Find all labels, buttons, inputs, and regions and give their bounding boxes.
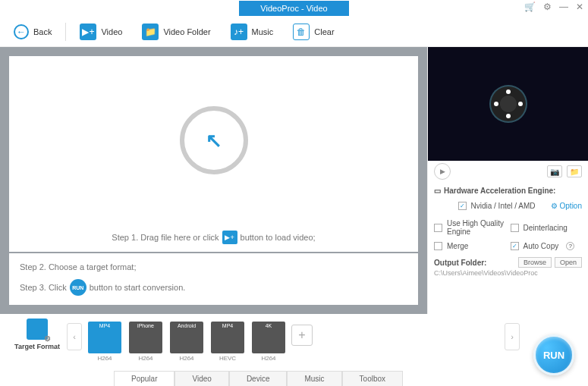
format-strip: MP4H264iPhoneH264AndroidH264MP4HEVC4KH26…	[82, 319, 291, 365]
steps-card: Step 2. Choose a target format; Step 3. …	[9, 253, 418, 305]
toolbar: ← Back ▶+ Video 📁 Video Folder ♪+ Music …	[0, 17, 588, 47]
step3-text: Step 3. Click RUN button to start conver…	[20, 279, 407, 296]
help-icon[interactable]: ?	[566, 242, 574, 250]
option-button[interactable]: ⚙ Option	[551, 202, 582, 210]
output-folder-label: Output Folder:	[434, 259, 486, 267]
right-panel: ▶ 📷 📁 ▭ Hardware Acceleration Engine: ✓ …	[427, 47, 588, 314]
step2-text: Step 2. Choose a target format;	[20, 262, 407, 271]
music-label: Music	[252, 27, 274, 36]
upload-arrow-icon: ↖	[206, 129, 222, 152]
format-sub: HEVC	[219, 355, 236, 362]
step1-text: Step 1. Drag file here or click ▶+ butto…	[112, 231, 315, 244]
media-controls: ▶ 📷 📁	[428, 161, 588, 182]
video-plus-icon: ▶+	[80, 24, 96, 40]
bottom-bar: Target Format ‹ MP4H264iPhoneH264Android…	[0, 314, 588, 386]
format-sub: H264	[138, 355, 153, 362]
format-sub: H264	[97, 355, 112, 362]
target-format-icon	[27, 319, 48, 340]
window-title: VideoProc - Video	[239, 1, 348, 16]
add-video-button[interactable]: ▶+ Video	[74, 20, 128, 43]
drop-card[interactable]: ↖ Step 1. Drag file here or click ▶+ but…	[9, 56, 418, 252]
vendors-checkbox[interactable]: ✓	[458, 202, 467, 210]
hq-engine-label: Use High Quality Engine	[447, 219, 506, 236]
video-label: Video	[101, 27, 122, 36]
preview-pane	[428, 47, 588, 161]
tab-popular[interactable]: Popular	[114, 371, 175, 386]
format-item-iphone[interactable]: iPhone	[129, 322, 162, 353]
format-sub: H264	[261, 355, 275, 362]
back-arrow-icon: ←	[14, 24, 29, 39]
separator	[65, 23, 66, 41]
music-plus-icon: ♪+	[231, 24, 247, 40]
auto-copy-checkbox[interactable]: ✓	[511, 242, 519, 250]
video-plus-mini-icon: ▶+	[222, 231, 237, 244]
settings-icon[interactable]: ⚙	[543, 2, 552, 12]
hw-accel-title: ▭ Hardware Acceleration Engine:	[434, 187, 582, 195]
merge-checkbox[interactable]	[434, 242, 442, 250]
close-icon[interactable]: ✕	[576, 2, 583, 12]
clear-button[interactable]: 🗑 Clear	[287, 20, 340, 43]
video-folder-label: Video Folder	[163, 27, 210, 36]
minimize-icon[interactable]: —	[559, 2, 568, 12]
auto-copy-label: Auto Copy	[524, 242, 559, 250]
run-button[interactable]: RUN	[533, 334, 574, 375]
category-tabs: PopularVideoDeviceMusicToolbox	[114, 371, 403, 386]
drop-circle: ↖	[180, 106, 248, 174]
add-video-folder-button[interactable]: 📁 Video Folder	[136, 20, 216, 43]
hq-engine-checkbox[interactable]	[434, 224, 442, 232]
add-music-button[interactable]: ♪+ Music	[225, 20, 280, 43]
format-next-button[interactable]: ›	[505, 323, 520, 350]
tab-video[interactable]: Video	[175, 371, 228, 386]
merge-label: Merge	[447, 242, 468, 250]
deinterlacing-checkbox[interactable]	[511, 224, 519, 232]
target-format-button[interactable]: Target Format	[8, 319, 67, 350]
tab-device[interactable]: Device	[229, 371, 288, 386]
format-sub: H264	[179, 355, 193, 362]
browse-button[interactable]: Browse	[518, 257, 552, 268]
format-item-android[interactable]: Android	[170, 322, 203, 353]
titlebar: VideoProc - Video 🛒 ⚙ — ✕	[0, 0, 588, 17]
format-item-mp4[interactable]: MP4	[211, 322, 244, 353]
gear-icon: ⚙	[551, 202, 558, 210]
tab-toolbox[interactable]: Toolbox	[342, 371, 403, 386]
format-item-4k[interactable]: 4K	[252, 322, 285, 353]
tab-music[interactable]: Music	[287, 371, 341, 386]
deinterlacing-label: Deinterlacing	[524, 224, 568, 232]
open-folder-button[interactable]: 📁	[567, 165, 582, 177]
cart-icon[interactable]: 🛒	[524, 2, 536, 12]
open-button[interactable]: Open	[555, 257, 582, 268]
format-prev-button[interactable]: ‹	[67, 323, 82, 350]
app-logo-icon	[489, 85, 527, 123]
chip-icon: ▭	[434, 187, 441, 195]
format-item-mp4[interactable]: MP4	[88, 322, 121, 353]
clear-label: Clear	[314, 27, 334, 36]
folder-plus-icon: 📁	[142, 24, 159, 40]
trash-icon: 🗑	[293, 24, 310, 40]
add-format-button[interactable]: +	[291, 325, 313, 346]
play-button[interactable]: ▶	[434, 163, 451, 180]
main-drop-area: ↖ Step 1. Drag file here or click ▶+ but…	[0, 47, 427, 314]
snapshot-button[interactable]: 📷	[547, 165, 562, 177]
run-mini-icon: RUN	[70, 279, 86, 296]
back-label: Back	[33, 27, 52, 36]
vendors-label: Nvidia / Intel / AMD	[471, 202, 536, 210]
output-folder-path: C:\Users\Aimee\Videos\VideoProc	[434, 269, 582, 277]
back-button[interactable]: ← Back	[8, 21, 58, 42]
